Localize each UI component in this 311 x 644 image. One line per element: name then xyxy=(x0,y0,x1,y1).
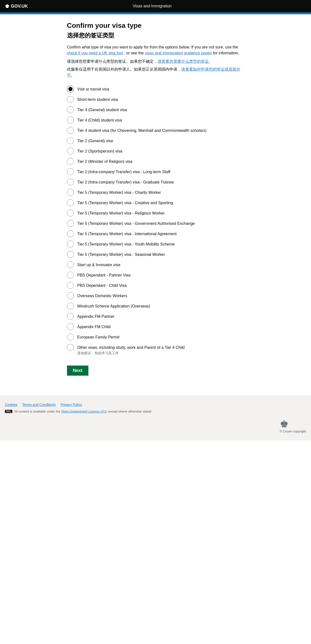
radio-item-tier2-general[interactable]: Tier 2 (General) visa xyxy=(67,137,244,144)
radio-tier4-child[interactable] xyxy=(67,116,74,124)
ogl-badge: OGL xyxy=(5,410,12,413)
radio-windrush[interactable] xyxy=(67,302,74,310)
radio-label-visit: Visit or transit visa xyxy=(77,86,109,92)
radio-item-windrush[interactable]: Windrush Scheme Application (Overseas) xyxy=(67,302,244,310)
footer-link-terms-and-conditions[interactable]: Terms and Conditions xyxy=(23,403,56,406)
radio-short-term-student[interactable] xyxy=(67,96,74,103)
radio-pbs-child[interactable] xyxy=(67,282,74,289)
radio-tier5-charity[interactable] xyxy=(67,189,74,196)
radio-label-pbs-partner: PBS Dependant - Partner Visa xyxy=(77,272,131,278)
radio-item-tier4-general[interactable]: Tier 4 (General) student visa xyxy=(67,106,244,113)
description-zh2: 此服务仅适用于在英国以外的申请人。如果您正从英国国内申请，请查看如何申请您的签证… xyxy=(67,66,244,78)
ogl-text: All content is available under the Open … xyxy=(14,410,151,413)
description-zh1: 请选择您想要申请什么类型的签证。如果您不确定，请查看您需要什么类型的签证。 xyxy=(67,58,244,64)
radio-tier5-creative[interactable] xyxy=(67,199,74,206)
radio-tier5-intl-agreement[interactable] xyxy=(67,230,74,237)
radio-item-tier2-religion[interactable]: Tier 2 (Minister of Religion) visa xyxy=(67,158,244,165)
visa-type-radio-group: Visit or transit visaShort-term student … xyxy=(67,86,244,356)
radio-overseas-domestic[interactable] xyxy=(67,292,74,299)
radio-label-appendix-fm-child: Appendix FM Child xyxy=(77,323,111,330)
radio-tier2-sport[interactable] xyxy=(67,148,74,154)
zh-visa-type-link[interactable]: 请查看您需要什么类型的签证 xyxy=(158,59,209,64)
radio-label-tier5-seasonal: Tier 5 (Temporary Worker) visa - Seasona… xyxy=(77,251,165,258)
radio-item-tier5-intl-agreement[interactable]: Tier 5 (Temporary Worker) visa - Interna… xyxy=(67,230,244,237)
footer-links: CookiesTerms and ConditionsPrivacy Polic… xyxy=(5,403,306,406)
radio-appendix-fm-partner[interactable] xyxy=(67,313,74,320)
radio-item-tier5-charity[interactable]: Tier 5 (Temporary Worker) visa - Charity… xyxy=(67,189,244,196)
radio-label-tier2-general: Tier 2 (General) visa xyxy=(77,137,113,144)
radio-tier5-religious[interactable] xyxy=(67,210,74,216)
radio-pbs-partner[interactable] xyxy=(67,272,74,278)
radio-item-visit[interactable]: Visit or transit visa xyxy=(67,86,244,92)
radio-label-short-term-student: Short-term student visa xyxy=(77,96,118,102)
radio-label-appendix-fm-partner: Appendix FM Partner xyxy=(77,313,115,320)
radio-item-tier5-religious[interactable]: Tier 5 (Temporary Worker) visa - Religio… xyxy=(67,210,244,216)
service-name: Visas and Immigration xyxy=(133,4,172,8)
radio-item-appendix-fm-partner[interactable]: Appendix FM Partner xyxy=(67,313,244,320)
radio-label-tier5-religious: Tier 5 (Temporary Worker) visa - Religio… xyxy=(77,210,165,216)
footer-link-privacy-policy[interactable]: Privacy Policy xyxy=(61,403,82,406)
radio-tier5-gov-exchange[interactable] xyxy=(67,220,74,227)
radio-item-tier5-gov-exchange[interactable]: Tier 5 (Temporary Worker) visa - Governm… xyxy=(67,220,244,227)
radio-startup-innovator[interactable] xyxy=(67,261,74,268)
radio-item-tier5-seasonal[interactable]: Tier 5 (Temporary Worker) visa - Seasona… xyxy=(67,251,244,258)
gov-uk-logo[interactable]: ♚ GOV.UK xyxy=(5,3,28,9)
radio-label-tier4-scholar: Tier 4 student visa (for Chevening, Mars… xyxy=(77,127,207,134)
radio-item-tier2-ict-grad[interactable]: Tier 2 (Intra-company Transfer) visa - G… xyxy=(67,178,244,186)
blue-bar xyxy=(0,12,311,14)
radio-item-overseas-domestic[interactable]: Overseas Domestic Workers xyxy=(67,292,244,299)
radio-tier2-ict-long[interactable] xyxy=(67,168,74,175)
radio-tier4-scholar[interactable] xyxy=(67,127,74,134)
page-title-en: Confirm your visa type xyxy=(67,22,244,30)
radio-tier2-religion[interactable] xyxy=(67,158,74,165)
radio-item-startup-innovator[interactable]: Start up & Innovator visa xyxy=(67,261,244,268)
radio-label-tier2-religion: Tier 2 (Minister of Religion) visa xyxy=(77,158,132,164)
copyright-text: © Crown copyright xyxy=(280,430,306,433)
radio-item-tier4-scholar[interactable]: Tier 4 student visa (for Chevening, Mars… xyxy=(67,127,244,134)
radio-label-other-visas: Other visas, including study, work and P… xyxy=(77,344,185,356)
radio-item-tier2-ict-long[interactable]: Tier 2 (Intra-company Transfer) visa - L… xyxy=(67,168,244,175)
footer-link-cookies[interactable]: Cookies xyxy=(5,403,18,406)
radio-label-tier5-creative: Tier 5 (Temporary Worker) visa - Creativ… xyxy=(77,199,173,206)
radio-appendix-fm-child[interactable] xyxy=(67,323,74,330)
site-footer: CookiesTerms and ConditionsPrivacy Polic… xyxy=(0,395,311,440)
radio-label-tier4-general: Tier 4 (General) student visa xyxy=(77,106,127,113)
radio-visit[interactable] xyxy=(67,86,74,92)
radio-label-tier5-charity: Tier 5 (Temporary Worker) visa - Charity… xyxy=(77,189,161,196)
radio-item-tier2-sport[interactable]: Tier 2 (Sportsperson) visa xyxy=(67,148,244,154)
footer-crown-icon: ♚ xyxy=(280,418,306,430)
radio-label-tier2-ict-long: Tier 2 (Intra-company Transfer) visa - L… xyxy=(77,168,170,175)
next-button[interactable]: Next xyxy=(67,366,88,376)
site-header: ♚ GOV.UK Visas and Immigration xyxy=(0,0,311,14)
radio-label-overseas-domestic: Overseas Domestic Workers xyxy=(77,292,127,299)
radio-tier5-youth[interactable] xyxy=(67,240,74,248)
radio-european-family[interactable] xyxy=(67,334,74,340)
radio-tier2-ict-grad[interactable] xyxy=(67,178,74,186)
radio-label-tier5-intl-agreement: Tier 5 (Temporary Worker) visa - Interna… xyxy=(77,230,177,237)
guidance-link[interactable]: visas and immigration guidance pages xyxy=(145,51,212,55)
logo-text: GOV.UK xyxy=(11,4,28,9)
radio-item-pbs-partner[interactable]: PBS Dependant - Partner Visa xyxy=(67,272,244,278)
radio-tier5-seasonal[interactable] xyxy=(67,251,74,258)
ogl-link[interactable]: Open Government Licence v3.0 xyxy=(61,410,106,413)
radio-label-tier4-child: Tier 4 (Child) student visa xyxy=(77,116,122,123)
description-en: Confirm what type of visa you want to ap… xyxy=(67,44,244,56)
radio-label-tier2-sport: Tier 2 (Sportsperson) visa xyxy=(77,148,122,154)
radio-item-appendix-fm-child[interactable]: Appendix FM Child xyxy=(67,323,244,330)
radio-item-tier4-child[interactable]: Tier 4 (Child) student visa xyxy=(67,116,244,124)
radio-tier2-general[interactable] xyxy=(67,137,74,144)
radio-item-short-term-student[interactable]: Short-term student visa xyxy=(67,96,244,103)
check-visa-link[interactable]: check if you need a UK visa tool xyxy=(67,51,123,55)
radio-sublabel-other-visas: 其他签证，包括学习及工作 xyxy=(77,350,185,356)
radio-item-european-family[interactable]: European Family Permit xyxy=(67,334,244,340)
radio-tier4-general[interactable] xyxy=(67,106,74,113)
footer-bottom: ♚ © Crown copyright xyxy=(5,418,306,433)
main-content: Confirm your visa type 选择您的签证类型 Confirm … xyxy=(62,14,249,386)
radio-item-pbs-child[interactable]: PBS Dependant - Child Visa xyxy=(67,282,244,289)
radio-other-visas[interactable] xyxy=(67,344,74,351)
radio-item-other-visas[interactable]: Other visas, including study, work and P… xyxy=(67,344,244,356)
radio-label-tier5-gov-exchange: Tier 5 (Temporary Worker) visa - Governm… xyxy=(77,220,195,226)
radio-item-tier5-creative[interactable]: Tier 5 (Temporary Worker) visa - Creativ… xyxy=(67,199,244,206)
radio-label-startup-innovator: Start up & Innovator visa xyxy=(77,261,120,268)
radio-item-tier5-youth[interactable]: Tier 5 (Temporary Worker) visa - Youth M… xyxy=(67,240,244,248)
